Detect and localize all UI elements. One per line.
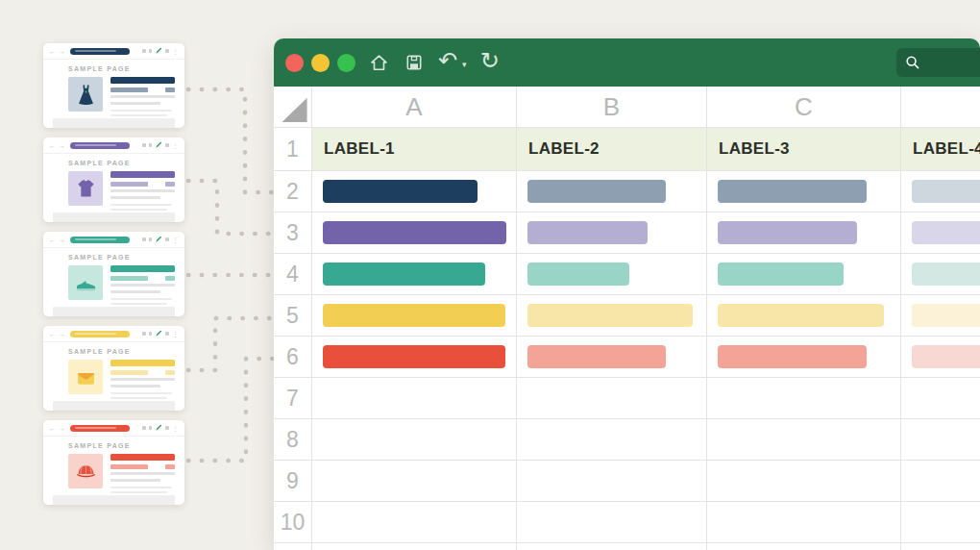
cell-empty[interactable] bbox=[517, 378, 707, 419]
bookmark-icon[interactable] bbox=[149, 49, 153, 53]
cell-data[interactable] bbox=[707, 337, 901, 378]
cell-empty[interactable] bbox=[312, 543, 517, 550]
row-header-4[interactable]: 4 bbox=[274, 254, 312, 295]
cell-empty[interactable] bbox=[901, 461, 980, 502]
undo-caret-icon[interactable]: ▾ bbox=[462, 60, 467, 69]
share-icon[interactable] bbox=[142, 332, 146, 336]
select-all-corner[interactable] bbox=[274, 87, 312, 128]
edit-icon[interactable] bbox=[155, 141, 162, 149]
cell-data[interactable] bbox=[312, 295, 517, 337]
cell-data[interactable] bbox=[517, 212, 707, 254]
cell-empty[interactable] bbox=[312, 419, 517, 461]
back-icon[interactable]: ← bbox=[49, 142, 56, 149]
cell-empty[interactable] bbox=[517, 461, 707, 502]
share-icon[interactable] bbox=[142, 426, 146, 430]
save-icon[interactable] bbox=[404, 52, 425, 73]
row-header-8[interactable]: 8 bbox=[274, 419, 312, 461]
extensions-icon[interactable] bbox=[165, 143, 169, 147]
cell-empty[interactable] bbox=[312, 502, 517, 543]
cell-data[interactable] bbox=[901, 171, 980, 212]
forward-icon[interactable]: → bbox=[59, 48, 65, 55]
cell-data[interactable] bbox=[517, 337, 707, 378]
row-header-1[interactable]: 1 bbox=[274, 128, 312, 171]
share-icon[interactable] bbox=[142, 143, 146, 147]
url-bar[interactable] bbox=[70, 237, 130, 243]
overflow-menu-icon[interactable]: ⋮ bbox=[172, 142, 179, 149]
column-header-C[interactable]: C bbox=[707, 87, 901, 128]
url-bar[interactable] bbox=[70, 142, 130, 149]
cell-data[interactable] bbox=[517, 295, 707, 337]
url-bar[interactable] bbox=[70, 48, 130, 55]
edit-icon[interactable] bbox=[155, 236, 162, 243]
row-header-5[interactable]: 5 bbox=[274, 295, 312, 337]
overflow-menu-icon[interactable]: ⋮ bbox=[172, 425, 179, 432]
forward-icon[interactable]: → bbox=[59, 425, 65, 432]
cell-empty[interactable] bbox=[312, 461, 517, 502]
cell-data[interactable] bbox=[901, 212, 980, 254]
overflow-menu-icon[interactable]: ⋮ bbox=[172, 237, 179, 243]
overflow-menu-icon[interactable]: ⋮ bbox=[172, 331, 179, 338]
bookmark-icon[interactable] bbox=[149, 332, 153, 336]
column-header-B[interactable]: B bbox=[517, 87, 707, 128]
cell-empty[interactable] bbox=[517, 419, 707, 461]
row-header-7[interactable]: 7 bbox=[274, 378, 312, 419]
search-input[interactable] bbox=[896, 48, 980, 77]
extensions-icon[interactable] bbox=[165, 332, 169, 336]
row-header-overflow[interactable] bbox=[274, 543, 312, 550]
cell-empty[interactable] bbox=[707, 543, 901, 550]
row-header-9[interactable]: 9 bbox=[274, 461, 312, 502]
cell-data[interactable] bbox=[517, 171, 707, 212]
cell-data[interactable] bbox=[517, 254, 707, 295]
cell-data[interactable] bbox=[312, 171, 517, 212]
row-header-2[interactable]: 2 bbox=[274, 171, 312, 212]
column-header-A[interactable]: A bbox=[312, 87, 517, 128]
cell-data[interactable] bbox=[901, 295, 980, 337]
back-icon[interactable]: ← bbox=[49, 425, 56, 432]
cell-data[interactable] bbox=[707, 254, 901, 295]
undo-icon[interactable]: ↶ bbox=[438, 49, 457, 72]
minimize-button[interactable] bbox=[311, 54, 330, 72]
cell-data[interactable] bbox=[901, 254, 980, 295]
forward-icon[interactable]: → bbox=[59, 237, 65, 243]
home-icon[interactable] bbox=[368, 52, 390, 74]
cell-data[interactable] bbox=[312, 254, 517, 295]
url-bar[interactable] bbox=[70, 425, 130, 432]
cell-label[interactable]: LABEL-4 bbox=[901, 128, 980, 171]
cell-empty[interactable] bbox=[707, 419, 901, 461]
row-header-6[interactable]: 6 bbox=[274, 337, 312, 378]
extensions-icon[interactable] bbox=[165, 426, 169, 430]
cell-data[interactable] bbox=[707, 212, 901, 254]
cell-data[interactable] bbox=[312, 212, 517, 254]
back-icon[interactable]: ← bbox=[49, 237, 56, 243]
row-header-10[interactable]: 10 bbox=[274, 502, 312, 543]
forward-icon[interactable]: → bbox=[59, 142, 65, 149]
zoom-button[interactable] bbox=[337, 54, 355, 72]
bookmark-icon[interactable] bbox=[149, 143, 153, 147]
close-button[interactable] bbox=[285, 54, 304, 72]
bookmark-icon[interactable] bbox=[149, 238, 153, 241]
back-icon[interactable]: ← bbox=[49, 48, 56, 55]
url-bar[interactable] bbox=[70, 331, 130, 338]
cell-empty[interactable] bbox=[707, 502, 901, 543]
cell-label[interactable]: LABEL-2 bbox=[517, 128, 707, 171]
back-icon[interactable]: ← bbox=[49, 331, 56, 338]
row-header-3[interactable]: 3 bbox=[274, 212, 312, 254]
cell-empty[interactable] bbox=[901, 419, 980, 461]
cell-empty[interactable] bbox=[517, 502, 707, 543]
share-icon[interactable] bbox=[142, 238, 146, 241]
cell-label[interactable]: LABEL-1 bbox=[312, 128, 517, 171]
cell-data[interactable] bbox=[707, 171, 901, 212]
cell-empty[interactable] bbox=[901, 502, 980, 543]
bookmark-icon[interactable] bbox=[149, 426, 153, 430]
edit-icon[interactable] bbox=[155, 47, 162, 55]
cell-empty[interactable] bbox=[707, 378, 901, 419]
column-header-D[interactable]: D bbox=[901, 87, 980, 128]
share-icon[interactable] bbox=[142, 49, 146, 53]
cell-empty[interactable] bbox=[901, 378, 980, 419]
cell-empty[interactable] bbox=[901, 543, 980, 550]
cell-data[interactable] bbox=[901, 337, 980, 378]
cell-empty[interactable] bbox=[707, 461, 901, 502]
edit-icon[interactable] bbox=[155, 424, 162, 432]
cell-empty[interactable] bbox=[517, 543, 707, 550]
forward-icon[interactable]: → bbox=[59, 331, 65, 338]
